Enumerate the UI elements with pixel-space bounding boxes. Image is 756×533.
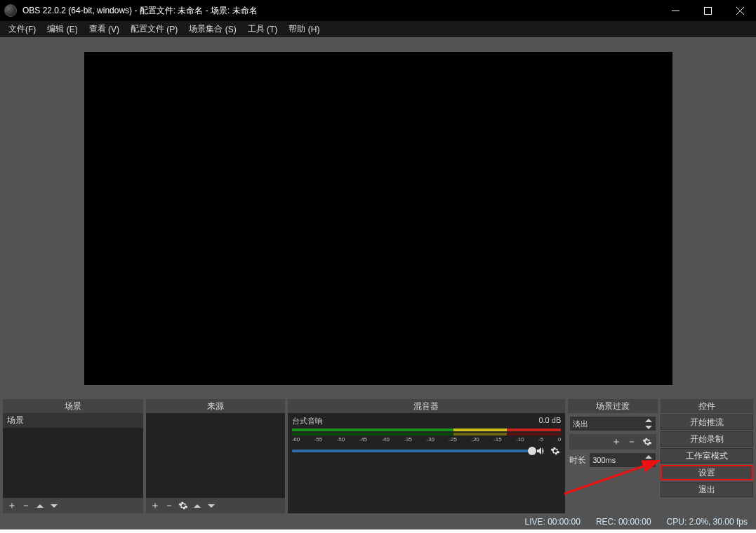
start-recording-button[interactable]: 开始录制 [661, 431, 753, 447]
menu-scenecol[interactable]: 场景集合 (S) [183, 21, 241, 37]
maximize-button[interactable] [691, 0, 724, 21]
menu-edit[interactable]: 编辑 (E) [41, 21, 83, 37]
transition-duration-label: 时长 [569, 454, 586, 466]
transition-settings-button[interactable] [641, 436, 654, 448]
scene-remove-button[interactable]: － [20, 499, 32, 512]
transition-add-button[interactable]: ＋ [610, 436, 623, 448]
transition-remove-button[interactable]: － [625, 436, 638, 448]
scenes-list[interactable]: 场景 [3, 413, 143, 498]
scene-item[interactable]: 场景 [3, 413, 143, 428]
speaker-icon[interactable] [536, 445, 547, 457]
preview-area [0, 37, 756, 399]
transition-duration-input[interactable]: 300ms [589, 452, 656, 468]
window-titlebar: OBS 22.0.2 (64-bit, windows) - 配置文件: 未命名… [0, 0, 756, 21]
source-remove-button[interactable]: － [163, 499, 175, 512]
status-bar: LIVE: 00:00:00 REC: 00:00:00 CPU: 2.0%, … [0, 513, 756, 529]
audio-meter [292, 429, 562, 431]
dock-transitions: 场景过渡 淡出 ＋ － 时长 300ms [568, 399, 658, 513]
mixer-channel-db: 0.0 dB [538, 416, 561, 426]
dock-transitions-title: 场景过渡 [568, 399, 658, 413]
scene-add-button[interactable]: ＋ [6, 499, 18, 512]
start-streaming-button[interactable]: 开始推流 [661, 414, 753, 430]
status-live: LIVE: 00:00:00 [524, 517, 580, 527]
transition-select[interactable]: 淡出 [569, 416, 656, 431]
menu-file[interactable]: 文件(F) [3, 21, 41, 37]
source-down-button[interactable] [205, 499, 218, 512]
audio-meter-2 [292, 433, 562, 436]
scene-down-button[interactable] [48, 499, 60, 512]
status-cpu: CPU: 2.0%, 30.00 fps [667, 517, 748, 527]
minimize-button[interactable] [659, 0, 691, 21]
exit-button[interactable]: 退出 [661, 482, 753, 497]
source-up-button[interactable] [191, 499, 204, 512]
studio-mode-button[interactable]: 工作室模式 [661, 448, 753, 464]
dock-sources: 来源 ＋ － [146, 399, 285, 513]
dock-controls: 控件 开始推流 开始录制 工作室模式 设置 退出 [661, 399, 753, 513]
scene-up-button[interactable] [34, 499, 46, 512]
source-add-button[interactable]: ＋ [149, 499, 161, 512]
preview-canvas[interactable] [84, 52, 672, 385]
menu-bar: 文件(F) 编辑 (E) 查看 (V) 配置文件 (P) 场景集合 (S) 工具… [0, 21, 756, 37]
source-settings-button[interactable] [177, 499, 190, 512]
dock-scenes: 场景 场景 ＋ － [3, 399, 143, 513]
menu-tools[interactable]: 工具 (T) [242, 21, 284, 37]
volume-slider[interactable] [292, 450, 533, 452]
sources-list[interactable] [146, 413, 285, 498]
settings-button[interactable]: 设置 [661, 465, 753, 480]
dock-controls-title: 控件 [661, 399, 753, 413]
menu-help[interactable]: 帮助 (H) [283, 21, 325, 37]
dock-mixer: 混音器 台式音响 0.0 dB -60-55-50-45-40-35-30-25… [288, 399, 566, 513]
app-icon [4, 4, 17, 17]
window-title: OBS 22.0.2 (64-bit, windows) - 配置文件: 未命名… [22, 5, 659, 17]
dock-mixer-title: 混音器 [288, 399, 566, 413]
menu-profile[interactable]: 配置文件 (P) [125, 21, 183, 37]
svg-rect-1 [704, 7, 711, 14]
menu-view[interactable]: 查看 (V) [84, 21, 125, 37]
dock-sources-title: 来源 [146, 399, 285, 413]
mixer-channel-name: 台式音响 [292, 416, 323, 426]
meter-ticks: -60-55-50-45-40-35-30-25-20-15-10-50 [292, 436, 562, 443]
mixer-gear-icon[interactable] [550, 445, 561, 457]
status-rec: REC: 00:00:00 [596, 517, 651, 527]
dock-scenes-title: 场景 [3, 399, 143, 413]
close-button[interactable] [724, 0, 756, 21]
